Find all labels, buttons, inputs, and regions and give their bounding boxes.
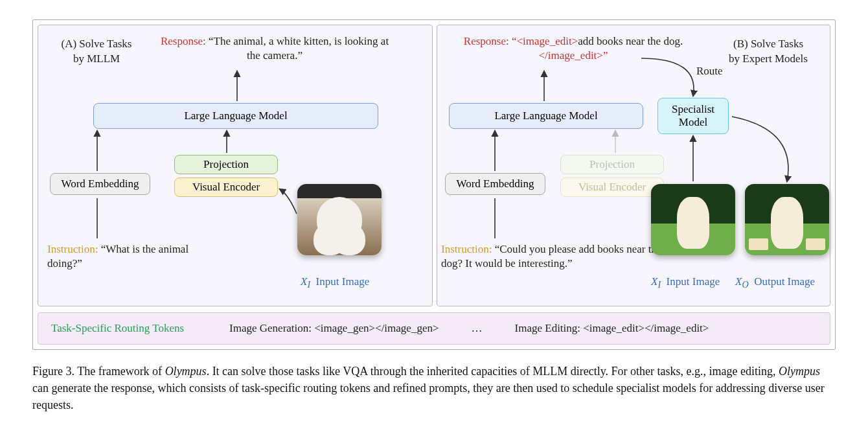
caption-lead: Figure 3.	[32, 365, 74, 378]
specialist-box: SpecialistModel	[657, 98, 729, 134]
panel-b-instruction: Instruction: “Could you please add books…	[441, 242, 681, 271]
panel-a-title-l2: by MLLM	[73, 52, 120, 65]
caption-olympus2: Olympus	[779, 365, 820, 378]
response-label-b: Response:	[464, 35, 509, 47]
routing-dots: …	[472, 322, 483, 335]
panel-a-title: (A) Solve Tasks by MLLM	[45, 37, 148, 67]
panel-a-title-l1: (A) Solve Tasks	[62, 38, 132, 50]
panel-a-input-caption: XI Input Image	[301, 275, 424, 291]
word-embedding-box: Word Embedding	[50, 173, 150, 195]
response-label: Response:	[161, 35, 206, 47]
caption-olympus1: Olympus	[165, 365, 207, 378]
routing-gen: Image Generation: <image_gen></image_gen…	[229, 322, 439, 335]
panel-b-title-l1: (B) Solve Tasks	[733, 38, 803, 50]
routing-edit: Image Editing: <image_edit></image_edit>	[515, 322, 709, 335]
response-text: “The animal, a white kitten, is looking …	[209, 35, 389, 62]
llm-box: Large Language Model	[93, 103, 378, 129]
routing-tokens-bar: Task-Specific Routing Tokens Image Gener…	[38, 312, 830, 345]
caption-t1: The framework of	[74, 365, 165, 378]
panel-a: (A) Solve Tasks by MLLM Response: “The a…	[38, 25, 433, 306]
caption-t3: can generate the response, which consist…	[32, 382, 825, 411]
routing-tokens-label: Task-Specific Routing Tokens	[51, 322, 184, 335]
visual-encoder-box: Visual Encoder	[174, 178, 278, 197]
panel-b-output-caption: XO Output Image	[735, 275, 852, 291]
visual-encoder-box-faded: Visual Encoder	[560, 178, 664, 197]
panel-b: (B) Solve Tasks by Expert Models Respons…	[437, 25, 830, 306]
word-embedding-box-b: Word Embedding	[445, 173, 545, 195]
figure-caption: Figure 3. The framework of Olympus. It c…	[32, 363, 836, 413]
figure-canvas: (A) Solve Tasks by MLLM Response: “The a…	[32, 19, 836, 350]
panel-a-instruction: Instruction: “What is the animal doing?”	[47, 242, 190, 271]
projection-box-faded: Projection	[560, 155, 664, 174]
llm-box-b: Large Language Model	[449, 103, 643, 129]
panel-b-title-l2: by Expert Models	[729, 52, 808, 65]
caption-t2: . It can solve those tasks like VQA thro…	[207, 365, 779, 378]
input-image-cat	[297, 184, 382, 255]
route-label: Route	[696, 64, 723, 78]
projection-box: Projection	[174, 155, 278, 174]
instruction-label: Instruction:	[47, 243, 98, 255]
panel-b-response: Response: “<image_edit>add books near th…	[463, 34, 683, 63]
panel-a-response: Response: “The animal, a white kitten, i…	[155, 34, 394, 63]
panel-b-title: (B) Solve Tasks by Expert Models	[713, 37, 823, 67]
input-image-dog	[651, 184, 735, 255]
output-image-dog	[745, 184, 829, 255]
